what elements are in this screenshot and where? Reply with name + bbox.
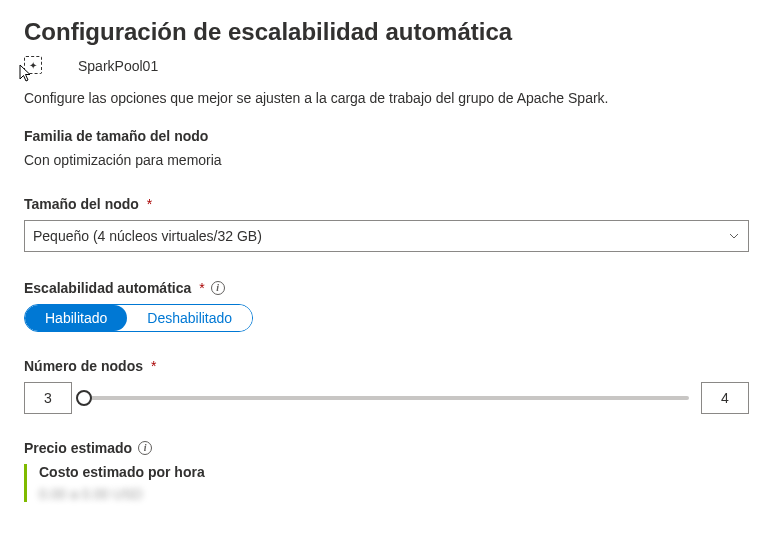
required-star: * (147, 196, 152, 212)
description-text: Configure las opciones que mejor se ajus… (24, 90, 749, 106)
price-row-label: Costo estimado por hora (39, 464, 749, 480)
price-label: Precio estimado i (24, 440, 749, 456)
node-count-label: Número de nodos* (24, 358, 749, 374)
autoscale-disabled-option[interactable]: Deshabilitado (127, 305, 252, 331)
node-count-slider[interactable] (84, 396, 689, 400)
family-value: Con optimización para memoria (24, 152, 749, 168)
autoscale-enabled-option[interactable]: Habilitado (25, 305, 127, 331)
node-count-min-input[interactable]: 3 (24, 382, 72, 414)
pool-name: SparkPool01 (78, 58, 158, 74)
autoscale-label: Escalabilidad automática* i (24, 280, 749, 296)
autoscale-toggle: Habilitado Deshabilitado (24, 304, 253, 332)
node-size-selected: Pequeño (4 núcleos virtuales/32 GB) (33, 228, 262, 244)
pool-header: ✦ SparkPool01 (24, 56, 749, 76)
slider-thumb[interactable] (76, 390, 92, 406)
price-value: 0.00 a 0.00 USD (39, 486, 749, 502)
node-count-max-input[interactable]: 4 (701, 382, 749, 414)
chevron-down-icon (728, 230, 740, 242)
node-size-dropdown[interactable]: Pequeño (4 núcleos virtuales/32 GB) (24, 220, 749, 252)
price-block: Costo estimado por hora 0.00 a 0.00 USD (24, 464, 749, 502)
spark-pool-icon: ✦ (24, 56, 42, 74)
node-count-slider-row: 3 4 (24, 382, 749, 414)
node-size-label: Tamaño del nodo* (24, 196, 749, 212)
required-star: * (151, 358, 156, 374)
family-label: Familia de tamaño del nodo (24, 128, 749, 144)
info-icon[interactable]: i (211, 281, 225, 295)
required-star: * (199, 280, 204, 296)
page-title: Configuración de escalabilidad automátic… (24, 18, 749, 46)
info-icon[interactable]: i (138, 441, 152, 455)
